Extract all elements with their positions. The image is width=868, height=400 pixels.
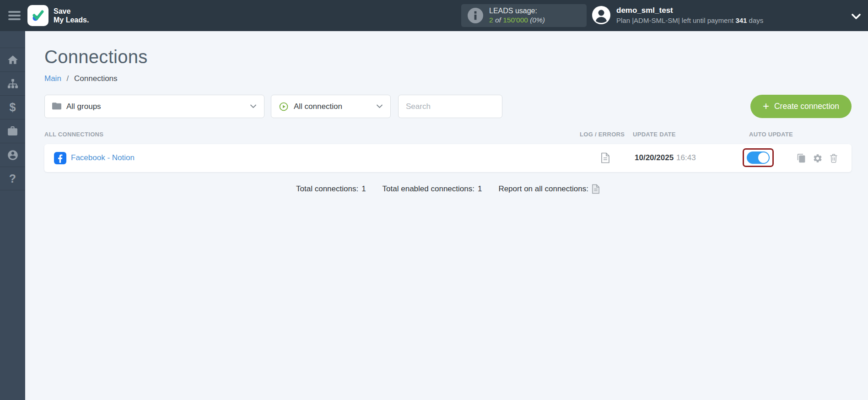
sidebar-item-billing[interactable]: $ — [0, 95, 25, 119]
column-log-errors: LOG / ERRORS — [580, 131, 625, 138]
breadcrumb: Main / Connections — [44, 74, 852, 83]
topbar: Save My Leads. LEADS usage: 2 of 150'000… — [0, 0, 868, 31]
sidebar-item-connections[interactable] — [0, 71, 25, 95]
breadcrumb-separator: / — [67, 74, 69, 83]
checkmark-logo-icon — [31, 9, 45, 22]
total-enabled-connections: Total enabled connections: 1 — [383, 184, 482, 194]
page-title: Connections — [44, 47, 852, 67]
connection-filter-dropdown[interactable]: All connection — [271, 95, 391, 118]
sidebar-item-home[interactable] — [0, 48, 25, 71]
total-connections: Total connections: 1 — [296, 184, 366, 194]
breadcrumb-main-link[interactable]: Main — [44, 74, 61, 83]
brand-name: Save My Leads. — [54, 7, 89, 24]
dollar-icon: $ — [10, 102, 16, 113]
briefcase-icon — [7, 125, 18, 137]
copy-icon[interactable] — [797, 153, 806, 163]
report-document-icon[interactable] — [592, 184, 600, 194]
savemyleads-logo — [27, 5, 49, 26]
search-input[interactable] — [398, 95, 502, 118]
row-actions — [797, 153, 838, 163]
log-errors-document-icon[interactable] — [601, 152, 610, 163]
person-icon — [7, 149, 19, 161]
connection-filter-label: All connection — [294, 102, 342, 111]
update-date: 10/20/202516:43 — [635, 153, 696, 162]
sidebar-item-account[interactable] — [0, 143, 25, 167]
avatar — [592, 6, 610, 24]
connection-row: Facebook - Notion 10/20/202516:43 — [44, 144, 852, 172]
sitemap-icon — [7, 78, 19, 90]
filters-row: All groups All connection — [44, 95, 852, 118]
table-header: ALL CONNECTIONS LOG / ERRORS UPDATE DATE… — [44, 131, 852, 138]
toggle-knob — [758, 152, 769, 163]
main-content: Connections Main / Connections All group… — [25, 31, 868, 400]
groups-filter-label: All groups — [66, 102, 101, 111]
chevron-down-icon — [250, 104, 257, 108]
totals-bar: Total connections: 1 Total enabled conne… — [44, 184, 852, 194]
delete-trash-icon[interactable] — [829, 153, 838, 163]
create-connection-button[interactable]: + Create connection — [750, 95, 852, 118]
settings-gear-icon[interactable] — [813, 153, 823, 163]
play-circle-icon — [279, 102, 289, 112]
connection-title-link[interactable]: Facebook - Notion — [71, 153, 135, 162]
plus-icon: + — [763, 100, 769, 113]
sidebar-item-help[interactable]: ? — [0, 167, 25, 190]
sidebar: $ ? — [0, 31, 25, 400]
question-icon: ? — [9, 173, 16, 184]
leads-usage-badge: LEADS usage: 2 of 150'000 (0%) — [461, 4, 587, 27]
home-icon — [7, 54, 19, 66]
report-all-connections: Report on all connections: — [498, 184, 600, 194]
sidebar-item-services[interactable] — [0, 119, 25, 143]
leads-usage-label: LEADS usage: — [489, 7, 545, 15]
column-all-connections: ALL CONNECTIONS — [44, 131, 103, 138]
column-update-date: UPDATE DATE — [633, 131, 676, 138]
column-auto-update: AUTO UPDATE — [749, 131, 793, 138]
create-connection-label: Create connection — [774, 102, 839, 111]
folder-icon — [52, 103, 61, 110]
user-account-menu[interactable]: demo_sml_test Plan |ADM-SML-SM| left unt… — [592, 6, 763, 24]
plan-info: Plan |ADM-SML-SM| left until payment 341… — [616, 16, 763, 24]
username: demo_sml_test — [616, 6, 763, 15]
chevron-down-icon[interactable] — [852, 13, 861, 21]
info-icon — [468, 8, 483, 23]
leads-usage-value: 2 of 150'000 (0%) — [489, 16, 545, 24]
auto-update-toggle[interactable] — [747, 151, 770, 164]
hamburger-menu-icon[interactable] — [8, 9, 21, 22]
facebook-icon — [54, 152, 66, 164]
auto-update-highlight-box — [743, 148, 774, 167]
groups-filter-dropdown[interactable]: All groups — [44, 95, 264, 118]
breadcrumb-current: Connections — [74, 74, 118, 83]
chevron-down-icon — [376, 104, 383, 108]
